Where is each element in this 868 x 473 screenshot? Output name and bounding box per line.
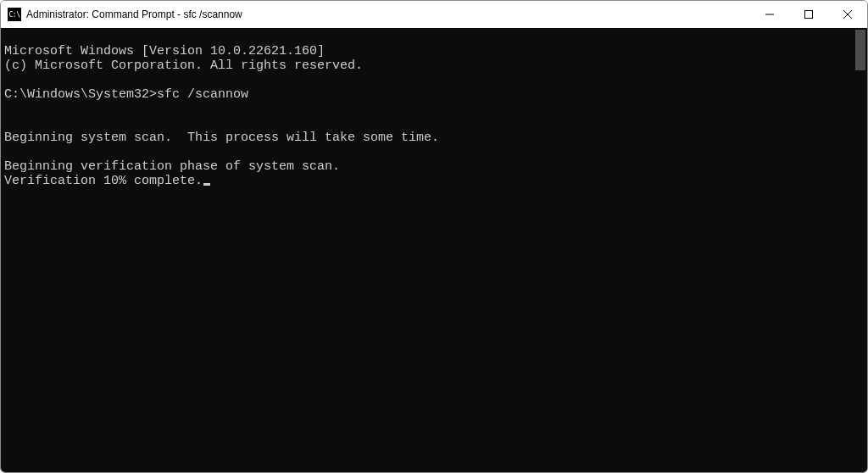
vertical-scrollbar[interactable]: [854, 28, 867, 472]
cmd-icon: C:\: [8, 8, 21, 21]
prompt-path: C:\Windows\System32>: [4, 87, 157, 102]
terminal-line: Microsoft Windows [Version 10.0.22621.16…: [4, 44, 325, 58]
svg-rect-1: [805, 11, 813, 19]
terminal-line: Beginning system scan. This process will…: [4, 131, 439, 145]
terminal-area[interactable]: Microsoft Windows [Version 10.0.22621.16…: [1, 28, 867, 472]
terminal-content: Microsoft Windows [Version 10.0.22621.16…: [1, 28, 867, 204]
cursor: [203, 183, 210, 186]
maximize-icon: [804, 10, 813, 19]
close-button[interactable]: [828, 1, 867, 28]
window-controls: [750, 1, 867, 28]
terminal-prompt-line: C:\Windows\System32>sfc /scannow: [4, 87, 864, 102]
command-prompt-window: C:\ Administrator: Command Prompt - sfc …: [0, 0, 868, 473]
terminal-line: Beginning verification phase of system s…: [4, 159, 340, 174]
scrollbar-thumb[interactable]: [855, 30, 865, 70]
minimize-icon: [765, 10, 774, 19]
minimize-button[interactable]: [750, 1, 789, 28]
close-icon: [843, 10, 852, 19]
cmd-icon-label: C:\: [9, 11, 20, 19]
titlebar[interactable]: C:\ Administrator: Command Prompt - sfc …: [1, 1, 867, 28]
terminal-line: Verification 10% complete.: [4, 174, 210, 188]
maximize-button[interactable]: [789, 1, 828, 28]
prompt-command: sfc /scannow: [157, 87, 248, 102]
terminal-line: (c) Microsoft Corporation. All rights re…: [4, 58, 363, 73]
terminal-progress-text: Verification 10% complete.: [4, 174, 203, 188]
window-title: Administrator: Command Prompt - sfc /sca…: [26, 8, 242, 20]
